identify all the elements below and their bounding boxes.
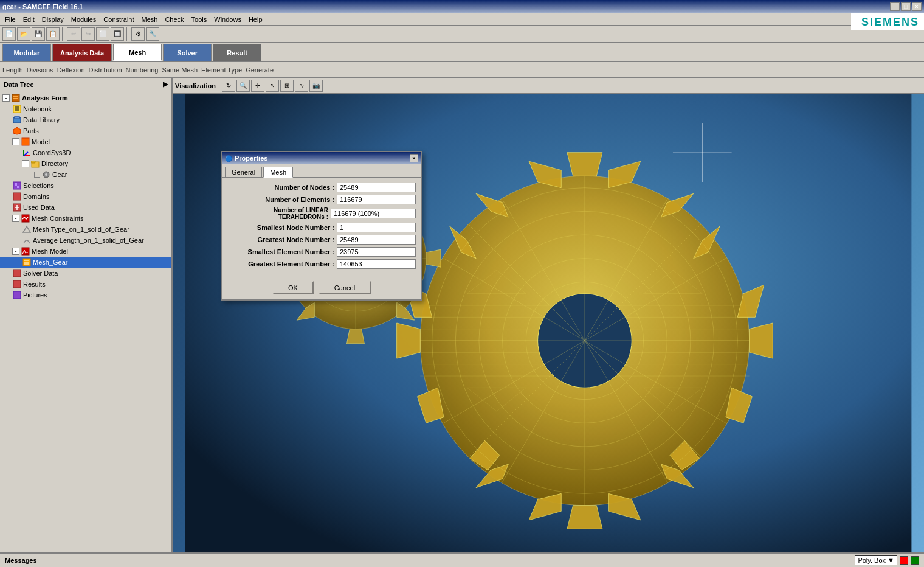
- tree-item-parts[interactable]: Parts: [0, 125, 171, 136]
- tree-item-mesh-model[interactable]: - Mesh Model: [0, 246, 171, 257]
- menu-tools[interactable]: Tools: [188, 15, 211, 24]
- tab-mesh[interactable]: Mesh: [113, 44, 162, 61]
- mesh-tool-samemesh[interactable]: Same Mesh: [162, 66, 198, 74]
- expander-mesh-constraints[interactable]: -: [12, 215, 19, 222]
- close-button[interactable]: ×: [912, 2, 922, 11]
- menu-windows[interactable]: Windows: [210, 15, 245, 24]
- menu-display[interactable]: Display: [38, 15, 67, 24]
- viewport: Visualization ↻ 🔍 ✛ ↖ ⊞ ∿ 📷: [173, 78, 924, 552]
- save-button[interactable]: 💾: [32, 27, 45, 41]
- props-row-tetrahedrons: Number of LINEAR TERAHEDRONs : 116679 (1…: [227, 207, 416, 220]
- titlebar: gear - SAMCEF Field 16.1 _ □ ×: [0, 0, 924, 13]
- tree-label-domains: Domains: [23, 193, 49, 200]
- tab-modular[interactable]: Modular: [2, 44, 51, 61]
- tree-item-solver-data[interactable]: Solver Data: [0, 268, 171, 279]
- avg-length-icon: [22, 235, 32, 245]
- expander-mesh-model[interactable]: -: [12, 248, 19, 255]
- maximize-button[interactable]: □: [901, 2, 911, 11]
- props-row-nodes: Number of Nodes : 25489: [227, 183, 416, 192]
- tree-item-domains[interactable]: Domains: [0, 191, 171, 202]
- props-close-button[interactable]: ×: [410, 154, 418, 162]
- selections-icon: [12, 181, 22, 190]
- tab-result[interactable]: Result: [213, 44, 261, 61]
- redo-button[interactable]: ↪: [81, 27, 95, 41]
- tab-analysis[interactable]: Analysis Data: [52, 44, 112, 61]
- minimize-button[interactable]: _: [890, 2, 900, 11]
- tree-label-mesh-gear: Mesh_Gear: [33, 259, 67, 266]
- tree-item-mesh-constraints[interactable]: - Mesh Constraints: [0, 213, 171, 224]
- mesh-tool-numbering[interactable]: Numbering: [126, 66, 159, 74]
- tool6[interactable]: 🔧: [146, 27, 159, 41]
- svg-rect-10: [22, 138, 29, 145]
- tree-item-mesh-type[interactable]: Mesh Type_on_1_solid_of_Gear: [0, 224, 171, 235]
- ok-button[interactable]: OK: [272, 281, 314, 294]
- menu-help[interactable]: Help: [245, 15, 266, 24]
- cancel-button[interactable]: Cancel: [319, 281, 371, 294]
- tab-solver[interactable]: Solver: [163, 44, 212, 61]
- props-tab-mesh[interactable]: Mesh: [263, 167, 293, 178]
- new-button[interactable]: 📄: [2, 27, 16, 41]
- undo-button[interactable]: ↩: [67, 27, 80, 41]
- tree-item-results[interactable]: Results: [0, 279, 171, 290]
- value-smallest-element: 23975: [337, 247, 416, 257]
- vp-wire-btn[interactable]: ∿: [295, 80, 308, 92]
- label-elements: Number of Elements :: [227, 196, 337, 203]
- menu-constraint[interactable]: Constraint: [100, 15, 137, 24]
- tree-item-notebook[interactable]: Notebook: [0, 103, 171, 114]
- status-color-green[interactable]: [911, 556, 919, 565]
- menu-file[interactable]: File: [1, 15, 19, 24]
- tree-item-gear[interactable]: Gear: [0, 169, 171, 180]
- menu-check[interactable]: Check: [161, 15, 187, 24]
- tree-item-avg-length[interactable]: Average Length_on_1_solid_of_Gear: [0, 235, 171, 246]
- vp-zoom-btn[interactable]: 🔍: [236, 80, 250, 92]
- tree-label-analysis-form: Analysis Form: [22, 94, 68, 102]
- tree-item-model[interactable]: - Model: [0, 136, 171, 147]
- vp-select-btn[interactable]: ↖: [266, 80, 279, 92]
- vp-move-btn[interactable]: ✛: [251, 80, 264, 92]
- open-button[interactable]: 📂: [17, 27, 30, 41]
- tree-label-solver-data: Solver Data: [23, 270, 58, 277]
- props-buttons: OK Cancel: [222, 276, 421, 299]
- pictures-icon: [12, 290, 22, 300]
- solver-data-icon: [12, 268, 22, 278]
- tree-item-directory[interactable]: - Directory: [0, 158, 171, 169]
- mesh-tool-deflexion[interactable]: Deflexion: [57, 66, 85, 74]
- tree-label-notebook: Notebook: [23, 105, 52, 113]
- svg-marker-27: [23, 226, 30, 232]
- menu-edit[interactable]: Edit: [19, 15, 38, 24]
- props-row-smallest-node: Smallest Node Number : 1: [227, 223, 416, 232]
- svg-rect-33: [13, 270, 21, 277]
- poly-box-dropdown[interactable]: Poly. Box ▼: [855, 555, 897, 565]
- mesh-tool-divisions[interactable]: Divisions: [27, 66, 53, 74]
- tree-item-mesh-gear[interactable]: Mesh_Gear: [0, 257, 171, 268]
- status-color-red[interactable]: [900, 556, 908, 565]
- mesh-tool-elementtype[interactable]: Element Type: [201, 66, 242, 74]
- expander-analysis[interactable]: -: [2, 94, 10, 102]
- vp-camera-btn[interactable]: 📷: [309, 80, 323, 92]
- tool5[interactable]: ⚙: [131, 27, 145, 41]
- tree-area[interactable]: - Analysis Form Notebook Data Library: [0, 91, 171, 552]
- save-as-button[interactable]: 📋: [46, 27, 60, 41]
- tree-item-analysis-form[interactable]: - Analysis Form: [0, 92, 171, 103]
- svg-rect-2: [13, 98, 18, 99]
- tree-item-coordsys[interactable]: CoordSys3D: [0, 147, 171, 158]
- vp-rotate-btn[interactable]: ↻: [222, 80, 235, 92]
- menu-modules[interactable]: Modules: [67, 15, 100, 24]
- expander-model[interactable]: -: [12, 138, 19, 145]
- mesh-tool-distribution[interactable]: Distribution: [89, 66, 122, 74]
- menu-mesh[interactable]: Mesh: [138, 15, 162, 24]
- collapse-arrow[interactable]: ▶: [163, 80, 168, 88]
- tree-item-selections[interactable]: Selections: [0, 180, 171, 191]
- expander-directory[interactable]: -: [22, 160, 29, 167]
- mesh-tool-length[interactable]: Length: [2, 66, 23, 74]
- directory-icon: [30, 159, 40, 169]
- mesh-tool-generate[interactable]: Generate: [246, 66, 274, 74]
- tool3[interactable]: ⬜: [96, 27, 109, 41]
- tree-item-pictures[interactable]: Pictures: [0, 290, 171, 301]
- tool4[interactable]: 🔲: [111, 27, 124, 41]
- props-tab-general[interactable]: General: [225, 167, 262, 177]
- tree-item-used-data[interactable]: Used Data: [0, 202, 171, 213]
- tree-item-data-library[interactable]: Data Library: [0, 114, 171, 125]
- vp-snap-btn[interactable]: ⊞: [280, 80, 294, 92]
- tree-label-directory: Directory: [41, 160, 68, 167]
